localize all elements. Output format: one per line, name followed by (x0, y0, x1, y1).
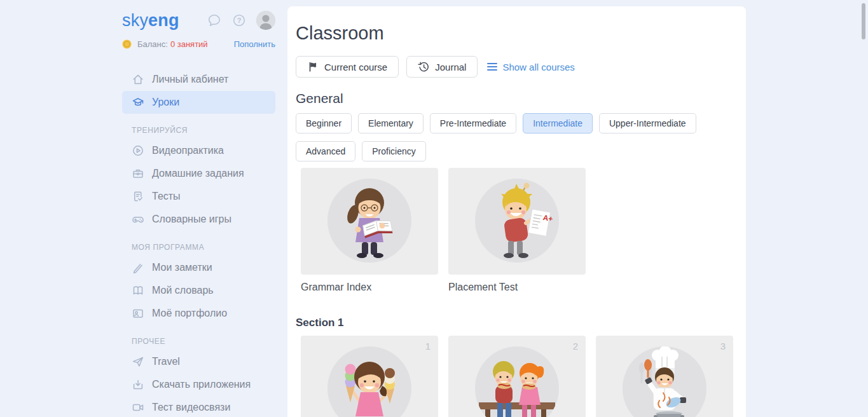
course-card-placement-test[interactable]: A+ Placement Test (448, 168, 586, 293)
balance-label: Баланс: (137, 39, 168, 49)
kids-eating-hotdogs-illustration (475, 346, 559, 417)
kid-with-graded-paper-illustration: A+ (475, 179, 559, 263)
course-thumbnail (301, 168, 438, 275)
sidebar-item-my-portfolio[interactable]: Моё портфолио (122, 302, 275, 325)
course-label: Grammar Index (301, 282, 438, 293)
lesson-number: 1 (425, 341, 431, 352)
sidebar-item-label: Личный кабинет (152, 74, 228, 85)
history-clock-icon (418, 61, 429, 72)
lesson-card-2[interactable]: 2 (448, 336, 586, 417)
toolbar: Current course Journal (296, 56, 738, 78)
lesson-thumbnail: 1 (301, 336, 438, 417)
app: skyeng ? (122, 0, 746, 417)
sidebar-group-header: МОЯ ПРОГРАММА (132, 243, 275, 252)
graduation-cap-icon (132, 96, 144, 109)
sidebar-item-label: Travel (152, 356, 180, 367)
balance-row: Баланс: 0 занятий Пополнить (122, 39, 275, 49)
level-button-advanced[interactable]: Advanced (296, 141, 355, 161)
sidebar-item-label: Скачать приложения (152, 379, 251, 390)
sidebar-item-label: Словарные игры (152, 214, 231, 225)
level-button-upper-intermediate[interactable]: Upper-Intermediate (599, 113, 696, 133)
show-all-courses-label: Show all courses (502, 62, 574, 72)
course-card-grammar-index[interactable]: Grammar Index (301, 168, 438, 293)
skyeng-logo[interactable]: skyeng (122, 11, 179, 31)
journal-button[interactable]: Journal (406, 56, 478, 78)
sidebar-item-homework[interactable]: Домашние задания (122, 162, 275, 185)
portfolio-icon (132, 307, 144, 320)
sidebar-item-lessons[interactable]: Уроки (122, 91, 275, 114)
course-label: Placement Test (448, 282, 586, 293)
paper-plane-icon (132, 355, 144, 368)
girl-with-ice-cream-cones-illustration (327, 346, 411, 417)
download-icon (132, 378, 144, 391)
topbar-icons: ? (207, 11, 275, 30)
sidebar-item-label: Мои заметки (152, 262, 212, 273)
sidebar-item-label: Моё портфолио (152, 308, 227, 319)
sidebar-item-tests[interactable]: Тесты (122, 185, 275, 208)
sidebar-item-my-notes[interactable]: Мои заметки (122, 256, 275, 279)
avatar[interactable] (256, 11, 275, 30)
lesson-card-1[interactable]: 1 (301, 336, 438, 417)
svg-text:?: ? (237, 17, 242, 24)
lesson-number: 2 (573, 341, 578, 352)
lesson-number: 3 (720, 341, 726, 352)
general-courses-row: Grammar Index (301, 168, 738, 293)
level-button-elementary[interactable]: Elementary (358, 113, 424, 133)
level-button-intermediate[interactable]: Intermediate (523, 113, 593, 133)
sidebar-item-label: Тесты (152, 191, 181, 202)
logo-sky: sky (122, 11, 148, 30)
main-content-card: Classroom Current course (287, 6, 746, 417)
sidebar-item-video-test[interactable]: Тест видеосвязи (122, 396, 275, 417)
flag-icon (307, 61, 319, 72)
coin-icon (122, 39, 132, 49)
lesson-thumbnail: 3 (596, 336, 733, 417)
logo-row: skyeng ? (122, 10, 275, 31)
sidebar-group-header: ПРОЧЕЕ (132, 337, 275, 346)
sidebar-item-label: Тест видеосвязи (152, 402, 230, 413)
checklist-icon (132, 190, 144, 203)
sidebar-item-video-practice[interactable]: Видеопрактика (122, 139, 275, 162)
level-button-beginner[interactable]: Beginner (296, 113, 352, 133)
gamepad-icon (132, 213, 144, 226)
section1-lessons-row: 1 (301, 336, 738, 417)
sidebar-nav: Личный кабинет Уроки ТРЕНИРУЙСЯ (122, 68, 275, 417)
sidebar-item-vocabulary-games[interactable]: Словарные игры (122, 208, 275, 231)
level-button-proficiency[interactable]: Proficiency (362, 141, 425, 161)
general-section-title: General (296, 91, 738, 106)
topup-link[interactable]: Пополнить (234, 39, 275, 49)
sidebar-item-download-apps[interactable]: Скачать приложения (122, 373, 275, 396)
sidebar-item-my-dictionary[interactable]: Мой словарь (122, 279, 275, 302)
sidebar-item-label: Мой словарь (152, 285, 214, 296)
balance-value: 0 занятий (170, 39, 208, 49)
lesson-card-3[interactable]: 3 (596, 336, 733, 417)
logo-eng: eng (148, 11, 179, 30)
course-thumbnail: A+ (448, 168, 586, 275)
sidebar-group-header: ТРЕНИРУЙСЯ (132, 126, 275, 135)
play-circle-icon (132, 144, 144, 157)
sidebar: skyeng ? (122, 0, 275, 417)
home-icon (132, 73, 144, 86)
current-course-button[interactable]: Current course (296, 56, 399, 78)
briefcase-icon (132, 167, 144, 180)
page-title: Classroom (296, 23, 738, 44)
sidebar-item-label: Домашние задания (152, 168, 244, 179)
pen-icon (132, 261, 144, 274)
vertical-scrollbar[interactable] (862, 3, 865, 39)
help-icon[interactable]: ? (231, 13, 247, 28)
level-button-pre-intermediate[interactable]: Pre-Intermediate (430, 113, 516, 133)
current-course-label: Current course (324, 62, 387, 72)
journal-label: Journal (435, 62, 466, 72)
open-book-icon (132, 284, 144, 297)
section1-title: Section 1 (296, 317, 738, 329)
sidebar-item-travel[interactable]: Travel (122, 350, 275, 373)
sidebar-item-personal-cabinet[interactable]: Личный кабинет (122, 68, 275, 91)
svg-text:A+: A+ (542, 213, 554, 224)
kid-chef-cooking-illustration (623, 346, 706, 417)
sidebar-item-label: Уроки (152, 97, 179, 108)
sidebar-item-label: Видеопрактика (152, 145, 224, 156)
level-filter-group: Beginner Elementary Pre-Intermediate Int… (296, 113, 738, 161)
teacher-reading-book-illustration (327, 179, 411, 263)
show-all-courses-link[interactable]: Show all courses (487, 62, 574, 72)
hamburger-icon (487, 62, 497, 71)
chat-icon[interactable] (207, 13, 222, 28)
